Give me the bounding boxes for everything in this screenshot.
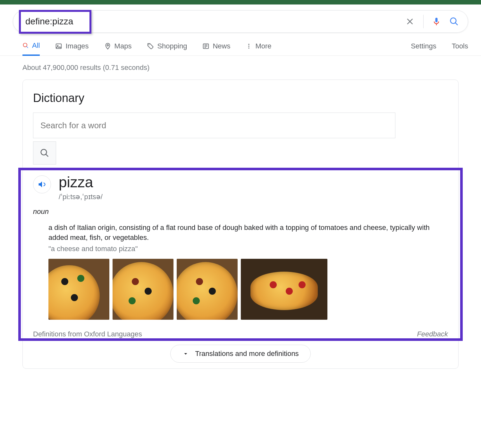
image-thumbnails bbox=[33, 259, 448, 320]
svg-point-3 bbox=[57, 45, 59, 46]
dictionary-search-button[interactable] bbox=[33, 141, 56, 165]
tab-shopping[interactable]: Shopping bbox=[147, 37, 187, 56]
more-definitions-button[interactable]: Translations and more definitions bbox=[170, 345, 310, 363]
tab-shopping-label: Shopping bbox=[157, 42, 187, 50]
svg-point-4 bbox=[107, 44, 108, 46]
example-usage: "a cheese and tomato pizza" bbox=[33, 245, 448, 253]
search-icon[interactable] bbox=[449, 17, 459, 26]
tab-all[interactable]: All bbox=[22, 37, 40, 56]
thumbnail-3[interactable] bbox=[177, 259, 238, 320]
svg-point-10 bbox=[249, 44, 249, 45]
thumbnail-2[interactable] bbox=[113, 259, 173, 320]
headword: pizza bbox=[59, 173, 103, 191]
tab-images[interactable]: Images bbox=[55, 37, 89, 56]
clear-icon[interactable] bbox=[406, 17, 415, 26]
tools-link[interactable]: Tools bbox=[452, 42, 468, 50]
svg-line-1 bbox=[27, 46, 28, 48]
svg-point-0 bbox=[23, 43, 27, 47]
search-input[interactable] bbox=[22, 16, 406, 27]
tab-maps[interactable]: Maps bbox=[104, 37, 132, 56]
svg-point-5 bbox=[148, 44, 149, 45]
tab-more-label: More bbox=[255, 42, 271, 50]
thumbnail-4[interactable] bbox=[241, 259, 327, 320]
part-of-speech: noun bbox=[33, 207, 448, 216]
tab-more[interactable]: More bbox=[246, 37, 271, 56]
tab-all-label: All bbox=[32, 41, 40, 50]
thumbnail-1[interactable] bbox=[48, 259, 109, 320]
search-box[interactable] bbox=[13, 10, 468, 33]
results-stats: About 47,900,000 results (0.71 seconds) bbox=[0, 56, 481, 80]
search-tabs: All Images Maps Shopping News More Setti… bbox=[0, 37, 481, 56]
window-top-strip bbox=[0, 0, 481, 4]
voice-search-icon[interactable] bbox=[432, 16, 441, 27]
svg-point-12 bbox=[249, 47, 249, 48]
settings-link[interactable]: Settings bbox=[411, 42, 436, 50]
dictionary-search-input[interactable] bbox=[33, 113, 395, 138]
feedback-link[interactable]: Feedback bbox=[417, 330, 448, 338]
definition-text: a dish of Italian origin, consisting of … bbox=[33, 223, 448, 243]
dictionary-card: Dictionary pizza /ˈpiːtsə,ˈpɪtsə/ noun a… bbox=[22, 80, 459, 369]
dictionary-title: Dictionary bbox=[33, 91, 448, 105]
chevron-down-icon bbox=[182, 350, 189, 357]
phonetic: /ˈpiːtsə,ˈpɪtsə/ bbox=[59, 193, 103, 201]
svg-point-11 bbox=[249, 46, 249, 46]
pronounce-button[interactable] bbox=[33, 175, 51, 193]
more-definitions-label: Translations and more definitions bbox=[195, 350, 299, 358]
tab-maps-label: Maps bbox=[114, 42, 132, 50]
tab-news[interactable]: News bbox=[202, 37, 230, 56]
separator bbox=[423, 15, 424, 28]
definitions-source: Definitions from Oxford Languages bbox=[33, 330, 142, 338]
tab-news-label: News bbox=[213, 42, 230, 50]
tab-images-label: Images bbox=[65, 42, 89, 50]
